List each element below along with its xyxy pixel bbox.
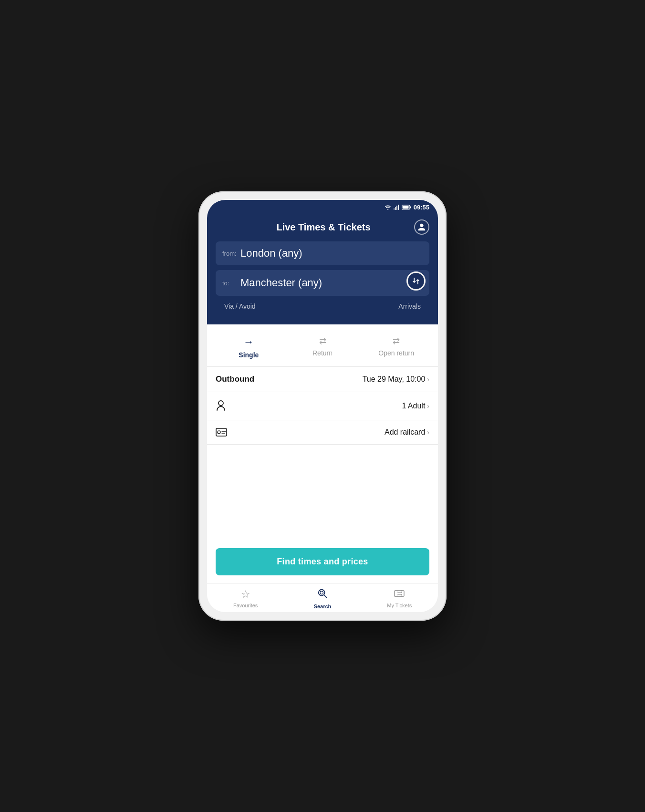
- nav-favourites-label: Favourites: [233, 603, 258, 608]
- railcard-chevron-icon: ›: [427, 428, 429, 436]
- svg-rect-2: [396, 206, 397, 210]
- from-value: London (any): [240, 247, 423, 260]
- profile-icon: [417, 223, 426, 231]
- outbound-label: Outbound: [216, 375, 254, 384]
- tickets-icon: [394, 588, 405, 601]
- svg-point-14: [320, 591, 323, 594]
- tab-return[interactable]: ⇄ Return: [286, 333, 360, 362]
- phone-screen: 09:55 Live Times & Tickets from: London …: [207, 200, 438, 612]
- tab-open-return[interactable]: ⇄ Open return: [359, 333, 433, 362]
- search-fields: from: London (any) to: Manchester (any) …: [207, 241, 438, 324]
- passengers-icon: [216, 400, 229, 412]
- return-arrows-icon: ⇄: [319, 336, 326, 346]
- search-active-icon: [317, 588, 328, 599]
- railcard-value-container: Add railcard ›: [385, 428, 429, 437]
- person-icon: [216, 400, 226, 412]
- bottom-nav: ☆ Favourites Search: [207, 583, 438, 612]
- tab-open-return-label: Open return: [378, 349, 414, 357]
- railcard-value: Add railcard: [385, 428, 425, 437]
- passengers-chevron-icon: ›: [427, 402, 429, 410]
- phone-frame: 09:55 Live Times & Tickets from: London …: [198, 191, 447, 621]
- passengers-value: 1 Adult: [402, 402, 425, 410]
- svg-point-7: [218, 401, 223, 406]
- find-times-button[interactable]: Find times and prices: [216, 548, 429, 575]
- outbound-row[interactable]: Outbound Tue 29 May, 10:00 ›: [207, 367, 438, 392]
- passengers-row[interactable]: 1 Adult ›: [207, 392, 438, 420]
- status-time: 09:55: [414, 204, 429, 211]
- svg-rect-6: [402, 206, 408, 209]
- single-arrow-icon: →: [243, 336, 254, 348]
- railcard-row[interactable]: Add railcard ›: [207, 420, 438, 445]
- railcard-icon: [216, 428, 229, 437]
- header: Live Times & Tickets: [207, 215, 438, 241]
- card-icon: [216, 428, 227, 437]
- tab-single-label: Single: [239, 351, 259, 359]
- svg-line-13: [324, 595, 326, 597]
- svg-rect-1: [395, 207, 396, 210]
- status-icons: 09:55: [385, 204, 429, 211]
- header-links: Via / Avoid Arrivals: [216, 301, 429, 317]
- svg-point-9: [218, 431, 220, 434]
- to-value: Manchester (any): [240, 277, 412, 289]
- tab-return-label: Return: [312, 349, 333, 357]
- outbound-value: Tue 29 May, 10:00: [363, 375, 426, 384]
- svg-rect-3: [398, 205, 399, 210]
- swap-button[interactable]: [406, 271, 426, 291]
- to-label: to:: [222, 280, 237, 287]
- battery-icon: [402, 205, 411, 210]
- search-nav-icon: [317, 588, 328, 602]
- from-label: from:: [222, 250, 237, 257]
- find-btn-container: Find times and prices: [207, 539, 438, 583]
- via-avoid-link[interactable]: Via / Avoid: [224, 302, 256, 310]
- favourites-icon: ☆: [241, 588, 250, 601]
- svg-rect-15: [395, 591, 404, 597]
- main-content: → Single ⇄ Return ⇄ Open return Outbound…: [207, 324, 438, 612]
- to-field[interactable]: to: Manchester (any) ✕: [216, 270, 429, 296]
- passengers-value-container: 1 Adult ›: [402, 402, 429, 410]
- nav-search-label: Search: [314, 604, 332, 609]
- tab-single[interactable]: → Single: [212, 333, 286, 362]
- wifi-icon: [385, 205, 391, 210]
- nav-my-tickets-label: My Tickets: [387, 603, 412, 608]
- outbound-value-container: Tue 29 May, 10:00 ›: [363, 375, 429, 384]
- app-title: Live Times & Tickets: [233, 222, 414, 233]
- status-bar: 09:55: [207, 200, 438, 215]
- swap-icon: [412, 277, 420, 285]
- profile-button[interactable]: [414, 219, 429, 235]
- signal-icon: [394, 205, 399, 210]
- ticket-icon: [394, 589, 405, 598]
- nav-favourites[interactable]: ☆ Favourites: [207, 588, 284, 609]
- arrivals-link[interactable]: Arrivals: [398, 302, 421, 310]
- nav-my-tickets[interactable]: My Tickets: [361, 588, 438, 609]
- journey-tabs: → Single ⇄ Return ⇄ Open return: [207, 324, 438, 367]
- open-return-arrows-icon: ⇄: [393, 336, 400, 346]
- from-field[interactable]: from: London (any): [216, 241, 429, 265]
- svg-rect-5: [410, 207, 411, 208]
- outbound-chevron-icon: ›: [427, 375, 429, 383]
- svg-rect-0: [394, 208, 395, 210]
- nav-search[interactable]: Search: [284, 588, 361, 609]
